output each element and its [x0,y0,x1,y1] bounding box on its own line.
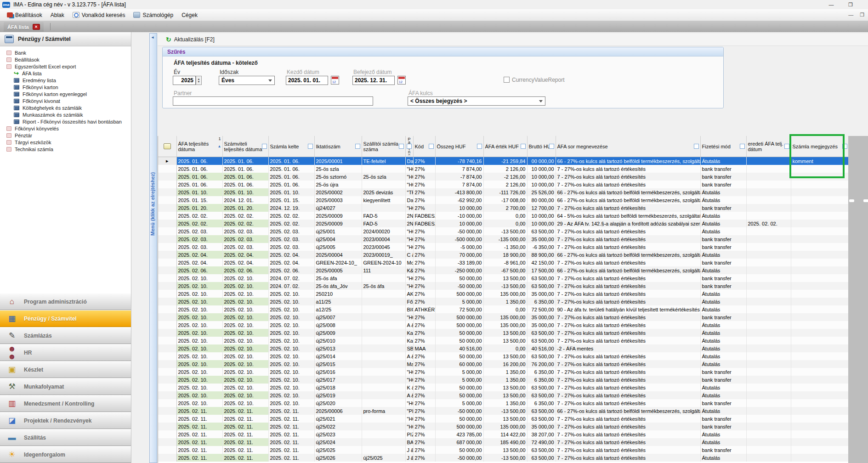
table-cell[interactable] [746,227,791,235]
table-cell[interactable]: 13 500,00 [483,337,527,344]
table-cell[interactable]: 2025. 02. 11. [176,423,222,430]
table-cell[interactable]: GREEN-2024-10 [362,259,405,266]
table-cell[interactable]: PIZ [405,430,413,438]
table-cell[interactable]: 2025. 01. 06. [176,181,222,188]
table-cell[interactable]: 70 000,00 [435,251,483,259]
table-cell[interactable] [791,438,849,446]
table-cell[interactable]: 25-ös újra [314,181,362,188]
table-cell[interactable]: Mos [405,259,413,266]
table-cell[interactable]: "HC [405,165,413,173]
table-cell[interactable] [746,298,791,305]
table-cell[interactable]: 25-ös sztornó [314,173,362,181]
table-cell[interactable]: -50 000,00 [435,282,483,290]
table-cell[interactable]: Átutalás [700,298,746,305]
table-cell[interactable]: 2025. 02. 03. [268,227,314,235]
table-cell[interactable]: 7 - 27%-os kulcs alá tartozó értékesítés [556,165,700,173]
column-filter-icon[interactable] [740,144,745,149]
table-cell[interactable]: 0,00 [483,305,527,313]
table-cell[interactable]: új25/007 [314,313,362,321]
table-cell[interactable]: 2025. 02. 10. [268,321,314,329]
table-cell[interactable] [362,438,405,446]
table-cell[interactable]: -33 189,00 [435,259,483,266]
table-cell[interactable]: 27% [413,266,435,274]
table-cell[interactable]: 2025. 02. 04. [176,251,222,259]
table-cell[interactable]: 7 - 27%-os kulcs alá tartozó értékesítés [556,259,700,266]
table-cell[interactable]: 2025. 02. 02. [176,220,222,227]
table-cell[interactable]: Átutalás [700,220,746,227]
table-cell[interactable]: 2025. 02. 11. [222,430,268,438]
table-cell[interactable]: 2025. 01. 06. [176,165,222,173]
table-cell[interactable]: 10 000,00 [527,212,556,220]
table-cell[interactable]: 27% [413,423,435,430]
start-date-input[interactable] [286,76,328,85]
table-cell[interactable]: "HC [405,376,413,384]
tab-close-icon[interactable]: ✕ [33,24,40,30]
table-cell[interactable]: 7 874,00 [435,181,483,188]
table-cell[interactable] [746,430,791,438]
table-cell[interactable]: pro-forma [362,407,405,415]
table-cell[interactable]: 63 500,00 [527,352,556,360]
table-cell[interactable]: 2025/00009 [314,220,362,227]
table-cell[interactable]: 2N [405,220,413,227]
table-cell[interactable]: 423 785,00 [435,430,483,438]
table-cell[interactable]: "HC [405,274,413,282]
table-cell[interactable]: bank transfer [700,399,746,407]
table-row[interactable]: 2025. 02. 11.2025. 02. 11.2025. 02. 11.ú… [158,430,849,438]
column-header-1[interactable]: ÁFA teljesítés dátuma1▲ [176,136,222,157]
table-cell[interactable]: 72 490,00 [527,438,556,446]
table-cell[interactable]: Átutalás [700,407,746,415]
table-row[interactable]: 2025. 02. 10.2025. 02. 10.2025. 02. 10.ú… [158,321,849,329]
table-cell[interactable]: 0,00 [483,344,527,352]
table-cell[interactable]: 2025. 02. 03. [268,235,314,243]
table-cell[interactable] [791,235,849,243]
table-cell[interactable]: 2025. 01. 06. [222,157,268,165]
year-spinner[interactable]: ▲▼ [196,76,202,85]
table-cell[interactable]: GREEN-2024-10_ [314,259,362,266]
table-cell[interactable] [791,305,849,313]
table-cell[interactable]: Átutalás [700,305,746,313]
sidebar-item-munkaszámok-és-számláik[interactable]: Munkaszámok és számláik [0,111,131,118]
table-cell[interactable] [746,313,791,321]
table-cell[interactable]: 2025. 01. 10. [268,188,314,196]
table-cell[interactable] [791,274,849,282]
table-cell[interactable]: Átutalás [700,290,746,298]
table-cell[interactable]: -2 - ÁFA mentes [556,344,700,352]
table-cell[interactable]: 2025. 02. 10. [222,352,268,360]
table-cell[interactable]: 2025. 01. 20. [176,204,222,212]
table-cell[interactable]: "HC [405,399,413,407]
table-cell[interactable]: 10 000,00 [527,173,556,181]
table-cell[interactable]: 88 900,00 [527,251,556,259]
table-cell[interactable]: 2025. 02. 11. [222,438,268,446]
table-cell[interactable]: 5 000,00 [435,298,483,305]
table-cell[interactable]: 2025. 02. 11. [176,407,222,415]
table-cell[interactable]: 2025. 02. 10. [268,305,314,313]
table-cell[interactable]: 2024. 07. 02. [268,282,314,290]
column-filter-icon[interactable] [399,144,404,149]
table-row[interactable]: 2025. 02. 11.2025. 02. 11.2025. 02. 11.ú… [158,423,849,430]
table-cell[interactable]: bank transfer [700,259,746,266]
table-cell[interactable]: 135 000,00 [483,321,527,329]
table-cell[interactable]: 7 - 27%-os kulcs alá tartozó értékesítés [556,430,700,438]
table-cell[interactable]: 27% [413,181,435,188]
table-cell[interactable]: 13 500,00 [483,384,527,391]
table-cell[interactable]: 2025. 02. 10. [222,298,268,305]
table-cell[interactable] [746,352,791,360]
sidebar-item-technikai-számla[interactable]: Technikai számla [0,146,131,152]
table-cell[interactable] [791,360,849,368]
column-header-13[interactable]: eredeti ÁFA telj. dátum [746,136,791,157]
table-cell[interactable]: 2025 devizás [362,188,405,196]
table-cell[interactable]: 2025. 02. 06. [268,266,314,274]
table-cell[interactable]: 27% [413,438,435,446]
table-cell[interactable]: 500 000,00 [435,290,483,298]
table-cell[interactable] [746,204,791,212]
menu-collapse-strip[interactable]: ◄ Menü (klikk az elrejtéshez) [149,33,157,463]
table-cell[interactable] [791,376,849,384]
table-cell[interactable] [362,360,405,368]
table-cell[interactable]: 2025. 02. 11. [176,438,222,446]
table-cell[interactable]: 2025/00001 [314,157,362,165]
table-cell[interactable]: -78 740,16 [435,157,483,165]
table-cell[interactable] [791,220,849,227]
table-cell[interactable]: 2025. 02. 10. [222,329,268,337]
table-cell[interactable]: 27% [413,384,435,391]
table-row[interactable]: 2025. 02. 02.2025. 02. 02.2025. 02. 02.2… [158,220,849,227]
